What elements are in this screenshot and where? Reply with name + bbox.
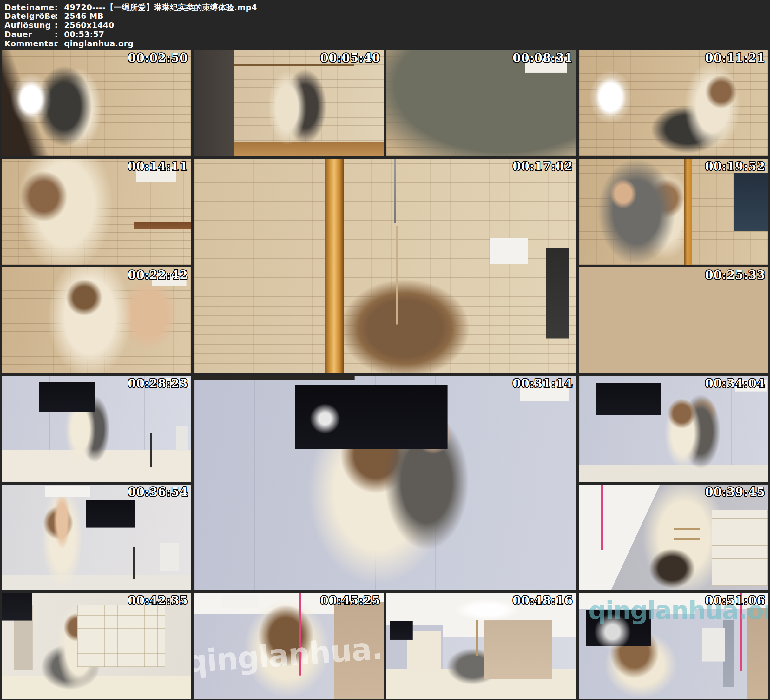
thumbnail-11-large: 00:31:14 (194, 376, 576, 590)
thumbnail-7: 00:19:52 (579, 159, 769, 265)
meta-separator: : (55, 21, 64, 30)
meta-value-duration: 00:53:57 (64, 30, 104, 39)
thumbnail-grid: 00:02:50 00:05:40 00:08:31 00:11:21 00:1… (2, 50, 768, 699)
meta-label: Auflösung (5, 21, 55, 30)
file-metadata-header: Dateiname : 49720----【一绳所爱】琳琳纪实类的束缚体验.mp… (0, 0, 770, 50)
meta-value-resolution: 2560x1440 (64, 21, 114, 30)
thumbnail-9: 00:25:33 (579, 267, 769, 373)
thumbnail-17: 00:48:16 (387, 593, 576, 699)
thumbnail-12: 00:34:04 (579, 376, 769, 482)
thumbnail-16: qinglanhua.net 00:45:25 (194, 593, 384, 699)
timestamp-overlay: 00:51:06 (705, 595, 765, 606)
timestamp-overlay: 00:28:23 (128, 378, 188, 389)
timestamp-overlay: 00:11:21 (705, 52, 765, 64)
timestamp-overlay: 00:19:52 (705, 160, 765, 172)
meta-separator: : (55, 30, 64, 39)
timestamp-overlay: 00:45:25 (320, 595, 380, 606)
meta-field-kommentar: Kommentar : qinglanhua.org (5, 39, 770, 48)
timestamp-overlay: 00:22:42 (128, 269, 188, 281)
timestamp-overlay: 00:39:45 (705, 486, 765, 498)
thumbnail-2: 00:05:40 (194, 50, 384, 156)
timestamp-overlay: 00:17:02 (513, 160, 573, 172)
meta-label: Dateiname (5, 3, 55, 12)
thumbnail-10: 00:28:23 (2, 376, 191, 482)
meta-value-comment: qinglanhua.org (64, 39, 134, 48)
timestamp-overlay: 00:48:16 (513, 595, 573, 606)
timestamp-overlay: 00:02:50 (128, 52, 188, 64)
meta-field-dateiname: Dateiname : 49720----【一绳所爱】琳琳纪实类的束缚体验.mp… (5, 2, 770, 11)
thumbnail-4: 00:11:21 (579, 50, 769, 156)
timestamp-overlay: 00:34:04 (705, 378, 765, 389)
meta-separator: : (55, 39, 64, 48)
watermark-text: qinglanhua.net (194, 627, 384, 680)
meta-field-dauer: Dauer : 00:53:57 (5, 30, 770, 39)
timestamp-overlay: 00:42:35 (128, 595, 188, 606)
meta-label: Kommentar (5, 39, 55, 48)
thumbnail-5: 00:14:11 (2, 159, 191, 265)
meta-label: Dateigröße (5, 11, 55, 21)
timestamp-overlay: 00:05:40 (320, 52, 380, 64)
thumbnail-15: 00:42:35 (2, 593, 191, 699)
thumbnail-6-large: 00:17:02 (194, 159, 576, 373)
meta-field-aufloesung: Auflösung : 2560x1440 (5, 21, 770, 30)
timestamp-overlay: 00:14:11 (128, 160, 188, 172)
thumbnail-8: 00:22:42 (2, 267, 191, 373)
thumbnail-18: qinglanhua.org 00:51:06 (579, 593, 769, 699)
timestamp-overlay: 00:31:14 (513, 378, 573, 389)
timestamp-overlay: 00:08:31 (513, 52, 573, 64)
timestamp-overlay: 00:25:33 (705, 269, 765, 281)
thumbnail-3: 00:08:31 (387, 50, 576, 156)
meta-separator: : (55, 3, 64, 12)
meta-label: Dauer (5, 30, 55, 39)
thumbnail-1: 00:02:50 (2, 50, 191, 156)
meta-value-filesize: 2546 MB (64, 11, 104, 21)
thumbnail-14: 00:39:45 (579, 484, 769, 590)
meta-field-dateigroesse: Dateigröße : 2546 MB (5, 11, 770, 21)
meta-separator: : (55, 11, 64, 21)
thumbnail-13: 00:36:54 (2, 484, 191, 590)
timestamp-overlay: 00:36:54 (128, 486, 188, 498)
